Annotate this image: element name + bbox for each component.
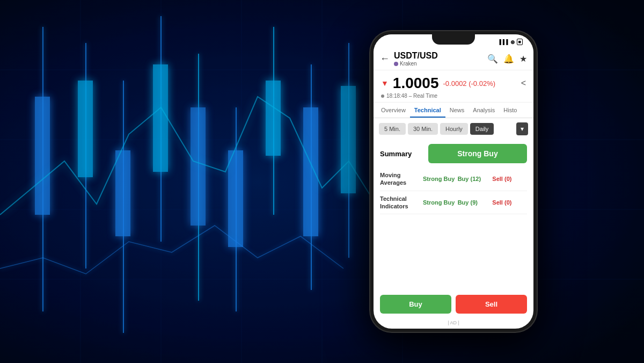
summary-label: Summary <box>380 150 428 158</box>
svg-rect-24 <box>228 150 243 247</box>
realtime-dot <box>381 95 384 98</box>
phone: 18:19 ▐▐▐ ⊛ ■ ← USDT/USD Kraken <box>370 31 537 332</box>
signal-icon: ▐▐▐ <box>497 39 508 45</box>
svg-rect-27 <box>341 86 356 193</box>
price-section: ▼ 1.0005 -0.0002 (-0.02%) < 18:18:48 – R… <box>374 70 533 103</box>
timeframe-bar: 5 Min. 30 Min. Hourly Daily ▾ <box>374 118 533 140</box>
status-time: 18:19 <box>446 39 461 45</box>
timeframe-dropdown[interactable]: ▾ <box>516 122 528 135</box>
technical-indicators-signal: Strong Buy <box>423 199 458 206</box>
status-bar: 18:19 ▐▐▐ ⊛ ■ <box>374 34 533 47</box>
status-icons: ▐▐▐ ⊛ ■ <box>497 39 523 45</box>
share-icon[interactable]: < <box>521 78 526 88</box>
sell-button[interactable]: Sell <box>456 295 527 314</box>
price-row: ▼ 1.0005 -0.0002 (-0.02%) < <box>381 75 526 92</box>
price-timestamp: 18:18:48 – Real Time <box>381 93 526 99</box>
header-icons: 🔍 🔔 ★ <box>487 54 527 64</box>
phone-body: 18:19 ▐▐▐ ⊛ ■ ← USDT/USD Kraken <box>370 31 537 332</box>
moving-averages-row: Moving Averages Strong Buy Buy (12) Sell… <box>380 168 527 191</box>
back-button[interactable]: ← <box>380 53 390 64</box>
technical-indicators-label: Technical Indicators <box>380 195 423 210</box>
timeframe-5min[interactable]: 5 Min. <box>379 123 406 135</box>
ad-label: | AD | <box>374 319 533 329</box>
tab-history[interactable]: Histo <box>499 103 521 118</box>
search-icon[interactable]: 🔍 <box>487 54 498 64</box>
moving-averages-buy: Buy (12) <box>458 176 493 182</box>
tab-overview[interactable]: Overview <box>377 103 410 118</box>
app-header: ← USDT/USD Kraken 🔍 🔔 ★ <box>374 47 533 70</box>
svg-rect-22 <box>153 64 168 172</box>
price-direction-icon: ▼ <box>381 79 389 88</box>
battery-icon: ■ <box>517 39 523 45</box>
technical-indicators-buy: Buy (9) <box>458 199 493 206</box>
exchange-dot <box>394 62 398 66</box>
svg-rect-25 <box>266 81 281 156</box>
phone-screen: 18:19 ▐▐▐ ⊛ ■ ← USDT/USD Kraken <box>374 34 533 329</box>
exchange-name: Kraken <box>394 61 483 67</box>
technical-indicators-row: Technical Indicators Strong Buy Buy (9) … <box>380 191 527 215</box>
technical-indicators-sell: Sell (0) <box>492 199 527 206</box>
wifi-icon: ⊛ <box>510 39 515 45</box>
header-title-block: USDT/USD Kraken <box>394 50 483 67</box>
timeframe-hourly[interactable]: Hourly <box>440 123 468 135</box>
price-value: 1.0005 <box>393 75 439 92</box>
moving-averages-label: Moving Averages <box>380 171 423 187</box>
moving-averages-sell: Sell (0) <box>492 176 527 182</box>
svg-rect-21 <box>115 150 130 236</box>
summary-section: Summary Strong Buy Moving Averages Stron… <box>374 140 533 287</box>
star-icon[interactable]: ★ <box>519 54 527 64</box>
tab-bar: Overview Technical News Analysis Histo <box>374 103 533 118</box>
trading-pair: USDT/USD <box>394 50 483 61</box>
moving-averages-signal: Strong Buy <box>423 176 458 182</box>
svg-rect-26 <box>303 107 318 236</box>
svg-rect-20 <box>78 81 93 177</box>
buy-button[interactable]: Buy <box>380 295 451 314</box>
summary-value: Strong Buy <box>428 144 527 163</box>
svg-rect-19 <box>35 97 50 215</box>
background <box>0 0 644 363</box>
tab-technical[interactable]: Technical <box>410 103 445 118</box>
timeframe-daily[interactable]: Daily <box>470 123 494 135</box>
summary-row: Summary Strong Buy <box>380 144 527 163</box>
tab-analysis[interactable]: Analysis <box>469 103 499 118</box>
price-change: -0.0002 (-0.02%) <box>443 79 496 88</box>
timeframe-30min[interactable]: 30 Min. <box>408 123 438 135</box>
tab-news[interactable]: News <box>445 103 469 118</box>
alert-icon[interactable]: 🔔 <box>503 54 514 64</box>
action-row: Buy Sell <box>374 289 533 319</box>
svg-rect-23 <box>191 107 206 226</box>
